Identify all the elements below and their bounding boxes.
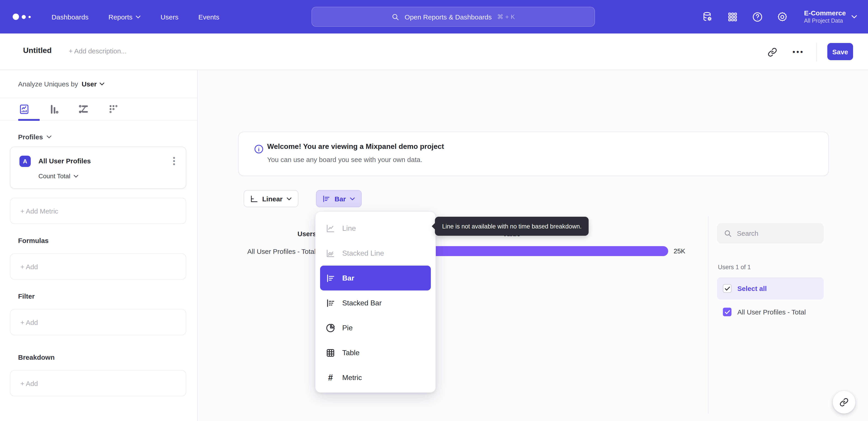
column-header-users: Users (298, 230, 316, 237)
menu-item-stacked-line[interactable]: Stacked Line (320, 241, 431, 265)
select-all-checkbox[interactable] (723, 284, 732, 293)
bar-row-label: All User Profiles - Total (247, 248, 315, 255)
bar-value-label: 25K (674, 248, 685, 255)
tab-funnels[interactable] (47, 102, 61, 116)
tab-insights[interactable] (17, 102, 31, 116)
chart-type-menu: Line Stacked Line Bar Stacked Bar Pie Ta… (315, 211, 436, 393)
save-button[interactable]: Save (827, 43, 853, 60)
nav-links: Dashboards Reports Users Events (52, 13, 219, 21)
metric-badge: A (20, 156, 31, 167)
builder-tabs (0, 98, 197, 120)
project-scope: All Project Data (804, 18, 846, 24)
kebab-menu-icon[interactable]: ••• (170, 156, 178, 166)
bar-chart-icon (322, 194, 331, 203)
menu-item-stacked-bar[interactable]: Stacked Bar (320, 290, 431, 315)
metric-name[interactable]: All User Profiles (38, 157, 91, 165)
search-icon (392, 13, 399, 21)
chevron-down-icon (99, 82, 104, 85)
menu-item-line[interactable]: Line (320, 216, 431, 241)
add-formula-button[interactable]: + Add (10, 253, 186, 280)
table-icon (326, 348, 336, 358)
chevron-down-icon (350, 197, 355, 200)
help-icon[interactable] (752, 11, 763, 23)
report-title[interactable]: Untitled (23, 46, 52, 55)
bar-chart-icon (326, 273, 336, 283)
top-nav: Dashboards Reports Users Events Open Rep… (0, 0, 868, 33)
scale-selector-button[interactable]: Linear (244, 190, 298, 207)
analyze-prefix-label: Analyze Uniques by (18, 80, 78, 88)
series-row[interactable]: All User Profiles - Total (717, 301, 824, 323)
right-panel-divider (708, 216, 708, 414)
nav-right: E-Commerce All Project Data (702, 0, 868, 33)
info-icon (254, 144, 264, 156)
settings-gear-icon[interactable] (776, 11, 788, 23)
nav-item-events[interactable]: Events (198, 13, 219, 21)
more-options-button[interactable]: ••• (792, 45, 805, 59)
pie-chart-icon (326, 323, 336, 333)
demo-banner: Welcome! You are viewing a Mixpanel demo… (238, 132, 829, 176)
active-tab-underline (18, 119, 40, 121)
line-chart-icon (326, 223, 336, 233)
select-all-row[interactable]: Select all (717, 277, 824, 300)
search-shortcut: ⌘ + K (497, 13, 515, 20)
disabled-option-tooltip: Line is not available with no time based… (435, 217, 589, 236)
link-icon (839, 398, 848, 407)
global-search-button[interactable]: Open Reports & Dashboards ⌘ + K (311, 7, 595, 27)
chart-type-button[interactable]: Bar (316, 190, 362, 207)
chevron-down-icon (135, 15, 141, 18)
check-icon (724, 310, 730, 314)
series-search[interactable] (717, 223, 824, 244)
series-checkbox[interactable] (723, 308, 732, 316)
analyze-row: Analyze Uniques by User (0, 70, 197, 98)
metric-card[interactable]: A All User Profiles ••• Count Total (10, 147, 186, 189)
report-canvas: Welcome! You are viewing a Mixpanel demo… (198, 71, 868, 421)
query-builder-sidebar: Analyze Uniques by User (0, 70, 197, 421)
data-management-icon[interactable] (702, 11, 714, 23)
mixpanel-app: Dashboards Reports Users Events Open Rep… (0, 0, 868, 421)
nav-item-users[interactable]: Users (160, 13, 178, 21)
project-name: E-Commerce (804, 9, 846, 18)
toolbar-divider (816, 43, 817, 61)
mixpanel-logo-icon[interactable] (13, 13, 39, 20)
add-description-button[interactable]: + Add description... (69, 47, 127, 55)
nav-item-dashboards[interactable]: Dashboards (52, 13, 89, 21)
copy-link-icon[interactable] (765, 45, 779, 59)
axis-icon (250, 194, 258, 203)
add-filter-button[interactable]: + Add (10, 309, 186, 335)
check-icon (724, 286, 730, 291)
analyze-entity-selector[interactable]: User (82, 80, 104, 88)
series-count-label: Users 1 of 1 (718, 264, 751, 271)
stacked-line-chart-icon (326, 248, 336, 258)
report-toolbar: Untitled + Add description... ••• Save (0, 33, 868, 70)
filter-section-header: Filter (0, 292, 197, 300)
metric-aggregation-selector[interactable]: Count Total (38, 172, 78, 179)
hash-icon: # (326, 372, 336, 383)
project-switcher[interactable]: E-Commerce All Project Data (804, 9, 857, 25)
stacked-bar-chart-icon (326, 298, 336, 308)
add-metric-button[interactable]: + Add Metric (10, 198, 186, 224)
menu-item-table[interactable]: Table (320, 340, 431, 365)
search-icon (724, 229, 732, 237)
series-label: All User Profiles - Total (737, 308, 806, 316)
chevron-down-icon (851, 15, 857, 19)
nav-item-reports[interactable]: Reports (108, 13, 141, 21)
tab-flows[interactable] (77, 102, 90, 116)
menu-item-pie[interactable]: Pie (320, 315, 431, 340)
banner-subtitle: You can use any board you see with your … (267, 156, 422, 163)
chevron-down-icon (73, 174, 78, 177)
select-all-label: Select all (737, 285, 767, 292)
tab-retention[interactable] (107, 102, 120, 116)
menu-item-bar[interactable]: Bar (320, 265, 431, 290)
profiles-section-header[interactable]: Profiles (0, 133, 197, 141)
breakdown-section-header: Breakdown (0, 353, 197, 361)
global-search-placeholder: Open Reports & Dashboards (405, 13, 492, 21)
chevron-down-icon (287, 197, 291, 200)
series-search-input[interactable] (737, 229, 814, 237)
formulas-section-header: Formulas (0, 236, 197, 244)
add-breakdown-button[interactable]: + Add (10, 370, 186, 396)
menu-item-metric[interactable]: # Metric (320, 365, 431, 390)
apps-grid-icon[interactable] (727, 11, 739, 23)
share-link-fab[interactable] (833, 391, 855, 414)
chevron-down-icon (46, 135, 52, 138)
banner-title: Welcome! You are viewing a Mixpanel demo… (267, 142, 444, 151)
